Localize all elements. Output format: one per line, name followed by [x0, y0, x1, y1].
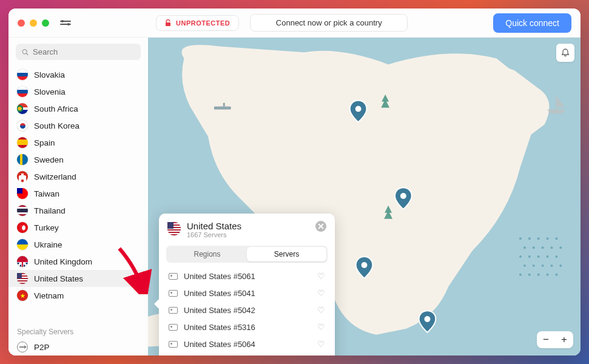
specialty-item-label: P2P	[34, 343, 50, 352]
server-label: United States #5064	[184, 340, 255, 349]
tab-regions[interactable]: Regions	[167, 247, 247, 261]
country-label: South Korea	[34, 121, 79, 130]
svg-point-13	[559, 246, 562, 249]
server-icon	[169, 324, 178, 331]
server-icon	[169, 307, 178, 314]
close-window[interactable]	[18, 19, 25, 27]
svg-point-7	[547, 237, 549, 240]
favorite-icon[interactable]: ♡	[317, 339, 325, 349]
server-label: United States #5042	[184, 306, 255, 315]
flag-icon	[17, 171, 28, 182]
svg-point-28	[555, 274, 557, 276]
specialty-p2p[interactable]: P2P	[8, 339, 148, 356]
tab-servers[interactable]: Servers	[247, 247, 326, 261]
more-icon[interactable]: •••	[129, 274, 140, 283]
search-input[interactable]	[33, 47, 135, 56]
svg-point-17	[547, 255, 549, 258]
server-item[interactable]: United States #5064♡	[159, 335, 335, 352]
country-turkey[interactable]: Turkey	[8, 219, 148, 236]
flag-icon	[17, 273, 28, 284]
server-item[interactable]: United States #5061♡	[159, 268, 335, 285]
country-label: Taiwan	[34, 189, 59, 198]
svg-point-11	[542, 246, 544, 249]
server-list[interactable]: United States #5061♡United States #5041♡…	[159, 268, 335, 356]
country-label: Vietnam	[34, 291, 64, 300]
flag-icon	[17, 239, 28, 250]
settings-icon[interactable]	[60, 18, 71, 29]
country-spain[interactable]: Spain	[8, 134, 148, 151]
country-label: Thailand	[34, 206, 66, 215]
svg-point-14	[519, 255, 522, 258]
svg-point-26	[537, 274, 540, 276]
connect-prompt[interactable]: Connect now or pick a country	[250, 14, 408, 32]
search-icon	[22, 48, 29, 56]
country-label: Sweden	[34, 155, 64, 164]
status-pill: UNPROTECTED	[156, 15, 239, 31]
flag-icon	[17, 154, 28, 165]
flag-icon	[17, 290, 28, 301]
flag-icon	[17, 120, 28, 131]
svg-point-21	[542, 265, 544, 267]
country-slovenia[interactable]: Slovenia	[8, 83, 148, 100]
country-south-africa[interactable]: South Africa	[8, 100, 148, 117]
country-thailand[interactable]: Thailand	[8, 202, 148, 219]
country-label: Turkey	[34, 223, 59, 232]
svg-point-15	[528, 255, 531, 258]
country-switzerland[interactable]: Switzerland	[8, 168, 148, 185]
minimize-window[interactable]	[30, 19, 37, 27]
country-vietnam[interactable]: Vietnam	[8, 287, 148, 304]
bell-icon	[560, 48, 570, 58]
zoom-in-button[interactable]: +	[555, 331, 573, 348]
svg-point-1	[22, 49, 27, 53]
country-united-states[interactable]: United States•••	[8, 270, 148, 287]
tab-segment: Regions Servers	[166, 246, 328, 263]
flag-icon	[17, 69, 28, 80]
svg-point-18	[555, 255, 557, 258]
svg-point-22	[550, 265, 553, 267]
quick-connect-button[interactable]: Quick connect	[493, 13, 571, 33]
body: SlovakiaSloveniaSouth AfricaSouth KoreaS…	[8, 38, 581, 356]
svg-point-10	[533, 246, 535, 249]
svg-point-6	[537, 237, 540, 240]
country-label: Spain	[34, 138, 55, 147]
country-sweden[interactable]: Sweden	[8, 151, 148, 168]
country-taiwan[interactable]: Taiwan	[8, 185, 148, 202]
status-label: UNPROTECTED	[176, 19, 230, 27]
country-list[interactable]: SlovakiaSloveniaSouth AfricaSouth KoreaS…	[8, 66, 148, 320]
svg-point-20	[533, 265, 535, 267]
svg-rect-30	[223, 103, 225, 107]
popup-title: United States	[187, 221, 241, 231]
favorite-icon[interactable]: ♡	[317, 288, 325, 298]
country-label: United States	[34, 274, 83, 283]
favorite-icon[interactable]: ♡	[317, 305, 325, 315]
country-ukraine[interactable]: Ukraine	[8, 236, 148, 253]
server-popup: United States 1667 Servers Regions Serve…	[159, 214, 335, 356]
server-item[interactable]: United States #5041♡	[159, 285, 335, 302]
country-label: United Kingdom	[34, 257, 92, 266]
svg-line-2	[26, 53, 28, 55]
sidebar: SlovakiaSloveniaSouth AfricaSouth KoreaS…	[8, 38, 148, 356]
country-slovakia[interactable]: Slovakia	[8, 66, 148, 83]
zoom-window[interactable]	[42, 19, 49, 27]
country-label: Ukraine	[34, 240, 62, 249]
flag-icon	[17, 222, 28, 233]
svg-point-24	[519, 274, 522, 276]
close-icon	[318, 223, 324, 229]
favorite-icon[interactable]: ♡	[317, 271, 325, 281]
server-item[interactable]: United States #5321♡	[159, 352, 335, 356]
popup-subtitle: 1667 Servers	[187, 231, 241, 238]
zoom-out-button[interactable]: −	[537, 331, 555, 348]
country-south-korea[interactable]: South Korea	[8, 117, 148, 134]
search-box[interactable]	[16, 44, 141, 60]
server-item[interactable]: United States #5042♡	[159, 302, 335, 318]
flag-icon	[17, 137, 28, 148]
flag-icon	[17, 256, 28, 267]
window-controls	[18, 19, 49, 27]
svg-point-34	[425, 316, 431, 322]
favorite-icon[interactable]: ♡	[317, 322, 325, 332]
notifications-button[interactable]	[556, 44, 574, 62]
country-united-kingdom[interactable]: United Kingdom	[8, 253, 148, 270]
server-item[interactable]: United States #5316♡	[159, 318, 335, 335]
server-label: United States #5061	[184, 272, 255, 281]
popup-close-button[interactable]	[315, 221, 326, 232]
